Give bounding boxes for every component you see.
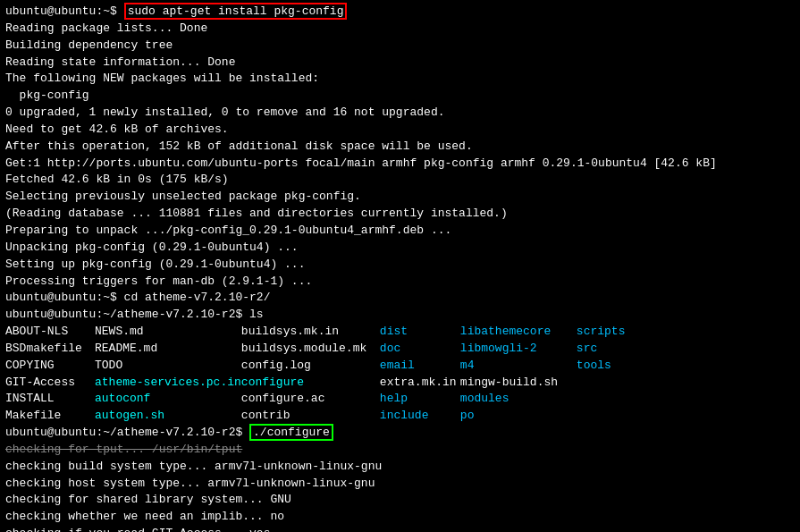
ls-item: COPYING — [5, 358, 95, 375]
ls-item: Makefile — [5, 408, 95, 425]
ls-output: ABOUT-NLS BSDmakefile COPYING GIT-Access… — [5, 324, 795, 425]
ls-item: buildsys.module.mk — [241, 341, 380, 358]
ls-item: email — [380, 358, 460, 375]
line-configure: ubuntu@ubuntu:~/atheme-v7.2.10-r2$ ./con… — [5, 425, 795, 442]
line-6: pkg-config — [5, 88, 795, 105]
line-1: ubuntu@ubuntu:~$ sudo apt-get install pk… — [5, 4, 795, 21]
ls-item: contrib — [241, 408, 380, 425]
ls-item: tools — [577, 358, 630, 375]
ls-col2: NEWS.md README.md TODO atheme-services.p… — [95, 324, 241, 425]
ls-item: libmowgli-2 — [460, 341, 577, 358]
ls-item: doc — [380, 341, 460, 358]
ls-item: GIT-Access — [5, 375, 95, 392]
ls-item: src — [577, 341, 630, 358]
ls-item: m4 — [460, 358, 577, 375]
ls-item: scripts — [577, 324, 630, 341]
ls-item: modules — [460, 391, 577, 408]
prompt-18: ubuntu@ubuntu:~$ cd atheme-v7.2.10-r2/ — [5, 291, 270, 304]
ls-item: ABOUT-NLS — [5, 324, 95, 341]
line-16: Setting up pkg-config (0.29.1-0ubuntu4) … — [5, 257, 795, 274]
ls-item: extra.mk.in — [380, 375, 460, 392]
ls-item: mingw-build.sh — [460, 375, 577, 392]
line-3: Building dependency tree — [5, 38, 795, 55]
line-8: Need to get 42.6 kB of archives. — [5, 122, 795, 139]
ls-col3: buildsys.mk.in buildsys.module.mk config… — [241, 324, 380, 425]
ls-item: configure.ac — [241, 391, 380, 408]
line-4: Reading state information... Done — [5, 55, 795, 72]
checking-build: checking build system type... armv7l-unk… — [5, 459, 795, 476]
ls-item: configure — [241, 375, 380, 392]
line-18: ubuntu@ubuntu:~$ cd atheme-v7.2.10-r2/ — [5, 290, 795, 307]
ls-item: autoconf — [95, 391, 241, 408]
ls-col5: libathemecore libmowgli-2 m4 mingw-build… — [460, 324, 577, 425]
ls-col1: ABOUT-NLS BSDmakefile COPYING GIT-Access… — [5, 324, 95, 425]
prompt-1: ubuntu@ubuntu:~$ — [5, 4, 124, 18]
line-5: The following NEW packages will be insta… — [5, 71, 795, 88]
line-19: ubuntu@ubuntu:~/atheme-v7.2.10-r2$ ls — [5, 307, 795, 324]
ls-item: include — [380, 408, 460, 425]
ls-col6: scripts src tools — [577, 324, 630, 375]
ls-col4: dist doc email extra.mk.in help include — [380, 324, 460, 425]
line-11: Fetched 42.6 kB in 0s (175 kB/s) — [5, 172, 795, 189]
ls-item: INSTALL — [5, 391, 95, 408]
prompt-19: ubuntu@ubuntu:~/atheme-v7.2.10-r2$ ls — [5, 308, 264, 321]
ls-item: help — [380, 391, 460, 408]
line-17: Processing triggers for man-db (2.9.1-1)… — [5, 274, 795, 291]
cmd-apt-get: sudo apt-get install pkg-config — [124, 3, 348, 20]
checking-git: checking if you read GIT-Access... yes — [5, 526, 795, 532]
ls-item: atheme-services.pc.in — [95, 375, 241, 392]
checking-implib: checking whether we need an implib... no — [5, 509, 795, 526]
ls-item: buildsys.mk.in — [241, 324, 380, 341]
line-12: Selecting previously unselected package … — [5, 189, 795, 206]
ls-item: libathemecore — [460, 324, 577, 341]
cmd-configure: ./configure — [249, 424, 333, 441]
ls-item: autogen.sh — [95, 408, 241, 425]
ls-item: po — [460, 408, 577, 425]
line-2: Reading package lists... Done — [5, 21, 795, 38]
checking-shared: checking for shared library system... GN… — [5, 492, 795, 509]
ls-item: TODO — [95, 358, 241, 375]
checking-host: checking host system type... armv7l-unkn… — [5, 476, 795, 493]
terminal-window: ubuntu@ubuntu:~$ sudo apt-get install pk… — [0, 0, 800, 532]
ls-item: dist — [380, 324, 460, 341]
ls-item: BSDmakefile — [5, 341, 95, 358]
line-7: 0 upgraded, 1 newly installed, 0 to remo… — [5, 105, 795, 122]
ls-item: NEWS.md — [95, 324, 241, 341]
line-15: Unpacking pkg-config (0.29.1-0ubuntu4) .… — [5, 240, 795, 257]
checking-tput: checking for tput... /usr/bin/tput — [5, 442, 795, 459]
ls-item: README.md — [95, 341, 241, 358]
line-9: After this operation, 152 kB of addition… — [5, 139, 795, 156]
line-13: (Reading database ... 110881 files and d… — [5, 206, 795, 223]
prompt-configure: ubuntu@ubuntu:~/atheme-v7.2.10-r2$ — [5, 426, 249, 439]
line-14: Preparing to unpack .../pkg-config_0.29.… — [5, 223, 795, 240]
ls-item: config.log — [241, 358, 380, 375]
line-10: Get:1 http://ports.ubuntu.com/ubuntu-por… — [5, 156, 795, 173]
